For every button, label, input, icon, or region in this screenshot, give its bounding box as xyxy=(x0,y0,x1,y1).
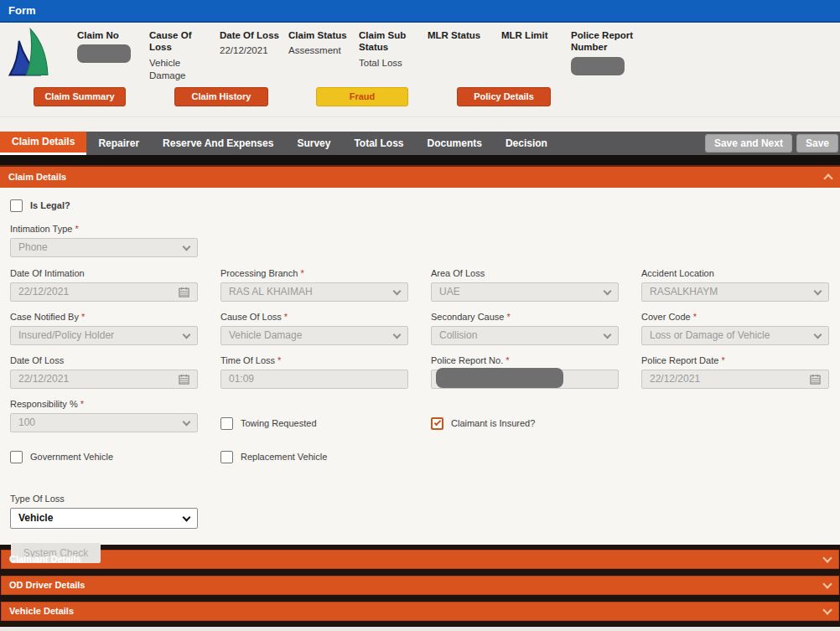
case-notified-by-select[interactable]: Insured/Policy Holder xyxy=(10,326,198,345)
tabbar-actions: Save and Next Save xyxy=(705,132,840,155)
field-case-notified-by: Case Notified By * Insured/Policy Holder xyxy=(10,312,198,345)
sail-logo-icon xyxy=(5,28,64,80)
claimant-is-insured-checkbox[interactable] xyxy=(431,417,443,430)
redaction-box xyxy=(571,57,625,75)
processing-branch-select[interactable]: RAS AL KHAIMAH xyxy=(220,282,408,302)
time-of-loss-input[interactable]: 01:09 xyxy=(220,370,408,389)
tab-repairer[interactable]: Repairer xyxy=(86,132,151,155)
chevron-up-icon[interactable] xyxy=(823,173,832,183)
government-vehicle-label: Government Vehicle xyxy=(30,452,113,462)
tab-decision[interactable]: Decision xyxy=(494,132,559,155)
od-driver-details-section-header[interactable]: OD Driver Details xyxy=(1,576,839,595)
accident-location-select[interactable]: RASALKHAYM xyxy=(641,282,829,302)
tab-survey[interactable]: Survey xyxy=(285,132,342,155)
chevron-down-icon xyxy=(604,330,612,339)
chevron-down-icon xyxy=(814,330,822,339)
type-of-loss-select[interactable]: Vehicle xyxy=(10,508,198,529)
section-title: OD Driver Details xyxy=(9,580,85,590)
is-legal-checkbox[interactable] xyxy=(10,199,23,212)
header-field-mlr-limit: MLR Limit xyxy=(501,29,571,82)
chevron-down-icon xyxy=(183,513,191,521)
cover-code-select[interactable]: Loss or Damage of Vehicle xyxy=(641,326,829,345)
redaction-box xyxy=(77,44,131,63)
calendar-icon xyxy=(810,374,821,385)
claim-form-window: Form Claim No Cause Of Loss Vehicle Dama… xyxy=(0,0,840,631)
footer-strip xyxy=(0,627,840,631)
section-title: Claim Details xyxy=(8,172,66,182)
field-accident-location: Accident Location RASALKHAYM xyxy=(641,268,829,302)
tab-claim-details[interactable]: Claim Details xyxy=(0,132,86,155)
field-processing-branch: Processing Branch * RAS AL KHAIMAH xyxy=(220,268,408,302)
field-police-report-no: Police Report No. * xyxy=(431,355,619,389)
form-row-vehicle-flags: Government Vehicle Replacement Vehicle xyxy=(10,451,829,463)
claim-history-button[interactable]: Claim History xyxy=(174,87,268,106)
police-report-date-input[interactable]: 22/12/2021 xyxy=(641,370,829,389)
field-cover-code: Cover Code * Loss or Damage of Vehicle xyxy=(641,312,829,345)
tab-total-loss[interactable]: Total Loss xyxy=(342,132,415,155)
field-label: Processing Branch xyxy=(220,268,298,278)
claimant-is-insured-row: Claimant is Insured? xyxy=(431,415,619,432)
company-logo xyxy=(5,28,64,80)
chevron-down-icon[interactable] xyxy=(822,605,832,614)
tab-content-divider xyxy=(0,155,840,167)
field-label: Area Of Loss xyxy=(431,268,485,278)
field-label: Intimation Type xyxy=(10,224,72,234)
window-title: Form xyxy=(8,4,36,17)
form-row-intimation: Date Of Intimation 22/12/2021 Processing… xyxy=(10,268,829,302)
towing-requested-checkbox[interactable] xyxy=(220,417,233,430)
section-title: Claimant Details xyxy=(9,554,81,564)
date-of-loss-input[interactable]: 22/12/2021 xyxy=(10,370,198,389)
titlebar: Form xyxy=(0,0,840,23)
header-field-police-report-number: Police Report Number xyxy=(571,29,651,82)
government-vehicle-checkbox[interactable] xyxy=(10,451,23,463)
towing-requested-label: Towing Requested xyxy=(241,418,317,428)
tab-documents[interactable]: Documents xyxy=(416,132,494,155)
save-button[interactable]: Save xyxy=(796,134,838,153)
chevron-down-icon[interactable] xyxy=(822,579,832,588)
field-label: Type Of Loss xyxy=(10,494,65,504)
field-time-of-loss: Time Of Loss * 01:09 xyxy=(220,355,408,389)
replacement-vehicle-row: Replacement Vehicle xyxy=(220,451,408,463)
field-label: Cover Code xyxy=(641,312,691,322)
vehicle-details-section-header[interactable]: Vehicle Details xyxy=(1,602,839,621)
calendar-icon xyxy=(179,374,189,385)
header-summary-fields: Claim No Cause Of Loss Vehicle Damage Da… xyxy=(77,29,651,82)
chevron-down-icon xyxy=(183,330,191,339)
field-intimation-type: Intimation Type * Phone xyxy=(10,224,198,257)
header-divider xyxy=(0,117,840,132)
header-field-claim-sub-status: Claim Sub Status Total Loss xyxy=(359,29,428,82)
field-label: Date Of Intimation xyxy=(10,268,85,278)
field-police-report-date: Police Report Date * 22/12/2021 xyxy=(641,355,829,389)
replacement-vehicle-checkbox[interactable] xyxy=(220,451,233,463)
save-and-next-button[interactable]: Save and Next xyxy=(705,134,792,153)
fraud-button[interactable]: Fraud xyxy=(316,87,408,106)
field-date-of-loss: Date Of Loss 22/12/2021 xyxy=(10,355,198,389)
intimation-type-select[interactable]: Phone xyxy=(10,238,198,257)
responsibility-pct-select[interactable]: 100 xyxy=(10,413,198,432)
claimant-details-section-header[interactable]: Claimant Details xyxy=(1,550,839,569)
claim-details-section-header[interactable]: Claim Details xyxy=(0,167,840,188)
field-area-of-loss: Area Of Loss UAE xyxy=(431,268,619,302)
claimant-is-insured-label: Claimant is Insured? xyxy=(451,418,535,428)
date-of-intimation-input[interactable]: 22/12/2021 xyxy=(10,282,198,302)
checkmark-icon xyxy=(433,419,440,426)
policy-details-button[interactable]: Policy Details xyxy=(457,87,551,106)
chevron-down-icon xyxy=(604,287,612,295)
tab-reserve-and-expenses[interactable]: Reserve And Expenses xyxy=(151,132,285,155)
replacement-vehicle-label: Replacement Vehicle xyxy=(241,452,327,462)
area-of-loss-select[interactable]: UAE xyxy=(431,282,619,302)
claim-details-form: Is Legal? Intimation Type * Phone Date O… xyxy=(0,188,840,545)
header-field-cause-of-loss: Cause Of Loss Vehicle Damage xyxy=(149,29,220,82)
secondary-cause-select[interactable]: Collision xyxy=(431,326,619,345)
cause-of-loss-select[interactable]: Vehicle Damage xyxy=(220,326,408,345)
field-label: Secondary Cause xyxy=(431,312,504,322)
claim-summary-button[interactable]: Claim Summary xyxy=(34,87,126,106)
header-field-date-of-loss: Date Of Loss 22/12/2021 xyxy=(220,29,288,82)
form-row-loss: Date Of Loss 22/12/2021 Time Of Loss * 0… xyxy=(10,355,829,389)
chevron-down-icon xyxy=(183,242,191,251)
chevron-down-icon[interactable] xyxy=(822,553,832,562)
police-report-no-input[interactable] xyxy=(431,370,619,389)
field-secondary-cause: Secondary Cause * Collision xyxy=(431,312,619,345)
field-type-of-loss: Type Of Loss Vehicle xyxy=(10,494,198,529)
calendar-icon xyxy=(179,287,189,297)
